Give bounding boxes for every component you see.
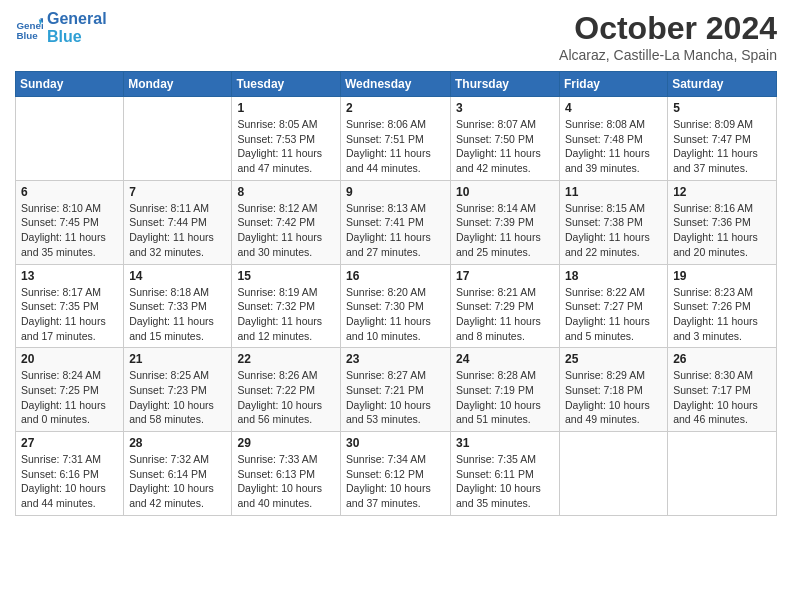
day-info: Sunrise: 8:28 AM Sunset: 7:19 PM Dayligh… bbox=[456, 368, 554, 427]
calendar-header-row: SundayMondayTuesdayWednesdayThursdayFrid… bbox=[16, 72, 777, 97]
calendar-cell bbox=[560, 432, 668, 516]
calendar-cell: 11Sunrise: 8:15 AM Sunset: 7:38 PM Dayli… bbox=[560, 180, 668, 264]
calendar-cell: 22Sunrise: 8:26 AM Sunset: 7:22 PM Dayli… bbox=[232, 348, 341, 432]
day-info: Sunrise: 8:25 AM Sunset: 7:23 PM Dayligh… bbox=[129, 368, 226, 427]
day-number: 28 bbox=[129, 436, 226, 450]
calendar-cell: 19Sunrise: 8:23 AM Sunset: 7:26 PM Dayli… bbox=[668, 264, 777, 348]
day-info: Sunrise: 8:26 AM Sunset: 7:22 PM Dayligh… bbox=[237, 368, 335, 427]
day-number: 5 bbox=[673, 101, 771, 115]
day-number: 18 bbox=[565, 269, 662, 283]
day-info: Sunrise: 8:27 AM Sunset: 7:21 PM Dayligh… bbox=[346, 368, 445, 427]
day-info: Sunrise: 8:12 AM Sunset: 7:42 PM Dayligh… bbox=[237, 201, 335, 260]
calendar-week-row: 1Sunrise: 8:05 AM Sunset: 7:53 PM Daylig… bbox=[16, 97, 777, 181]
calendar-cell: 18Sunrise: 8:22 AM Sunset: 7:27 PM Dayli… bbox=[560, 264, 668, 348]
calendar-cell: 3Sunrise: 8:07 AM Sunset: 7:50 PM Daylig… bbox=[451, 97, 560, 181]
logo: General Blue General Blue bbox=[15, 10, 107, 45]
col-header-saturday: Saturday bbox=[668, 72, 777, 97]
day-number: 29 bbox=[237, 436, 335, 450]
day-info: Sunrise: 8:05 AM Sunset: 7:53 PM Dayligh… bbox=[237, 117, 335, 176]
calendar-cell: 31Sunrise: 7:35 AM Sunset: 6:11 PM Dayli… bbox=[451, 432, 560, 516]
calendar-table: SundayMondayTuesdayWednesdayThursdayFrid… bbox=[15, 71, 777, 516]
day-info: Sunrise: 8:15 AM Sunset: 7:38 PM Dayligh… bbox=[565, 201, 662, 260]
calendar-week-row: 20Sunrise: 8:24 AM Sunset: 7:25 PM Dayli… bbox=[16, 348, 777, 432]
calendar-cell: 17Sunrise: 8:21 AM Sunset: 7:29 PM Dayli… bbox=[451, 264, 560, 348]
calendar-cell: 29Sunrise: 7:33 AM Sunset: 6:13 PM Dayli… bbox=[232, 432, 341, 516]
calendar-cell: 9Sunrise: 8:13 AM Sunset: 7:41 PM Daylig… bbox=[341, 180, 451, 264]
day-info: Sunrise: 8:17 AM Sunset: 7:35 PM Dayligh… bbox=[21, 285, 118, 344]
logo-text: General Blue bbox=[47, 10, 107, 45]
day-number: 19 bbox=[673, 269, 771, 283]
calendar-cell: 12Sunrise: 8:16 AM Sunset: 7:36 PM Dayli… bbox=[668, 180, 777, 264]
day-info: Sunrise: 8:16 AM Sunset: 7:36 PM Dayligh… bbox=[673, 201, 771, 260]
calendar-cell: 15Sunrise: 8:19 AM Sunset: 7:32 PM Dayli… bbox=[232, 264, 341, 348]
logo-line2: Blue bbox=[47, 28, 107, 46]
day-number: 1 bbox=[237, 101, 335, 115]
main-title: October 2024 bbox=[559, 10, 777, 47]
header: General Blue General Blue October 2024 A… bbox=[15, 10, 777, 63]
day-number: 12 bbox=[673, 185, 771, 199]
day-number: 22 bbox=[237, 352, 335, 366]
day-number: 26 bbox=[673, 352, 771, 366]
day-number: 2 bbox=[346, 101, 445, 115]
day-number: 15 bbox=[237, 269, 335, 283]
day-number: 16 bbox=[346, 269, 445, 283]
calendar-cell: 8Sunrise: 8:12 AM Sunset: 7:42 PM Daylig… bbox=[232, 180, 341, 264]
logo-icon: General Blue bbox=[15, 14, 43, 42]
calendar-cell: 5Sunrise: 8:09 AM Sunset: 7:47 PM Daylig… bbox=[668, 97, 777, 181]
day-number: 25 bbox=[565, 352, 662, 366]
day-number: 23 bbox=[346, 352, 445, 366]
day-info: Sunrise: 8:07 AM Sunset: 7:50 PM Dayligh… bbox=[456, 117, 554, 176]
calendar-cell bbox=[668, 432, 777, 516]
calendar-cell: 30Sunrise: 7:34 AM Sunset: 6:12 PM Dayli… bbox=[341, 432, 451, 516]
col-header-monday: Monday bbox=[124, 72, 232, 97]
day-number: 20 bbox=[21, 352, 118, 366]
day-info: Sunrise: 7:32 AM Sunset: 6:14 PM Dayligh… bbox=[129, 452, 226, 511]
day-info: Sunrise: 8:24 AM Sunset: 7:25 PM Dayligh… bbox=[21, 368, 118, 427]
calendar-cell: 6Sunrise: 8:10 AM Sunset: 7:45 PM Daylig… bbox=[16, 180, 124, 264]
day-info: Sunrise: 8:11 AM Sunset: 7:44 PM Dayligh… bbox=[129, 201, 226, 260]
col-header-wednesday: Wednesday bbox=[341, 72, 451, 97]
day-number: 10 bbox=[456, 185, 554, 199]
logo-line1: General bbox=[47, 10, 107, 28]
day-info: Sunrise: 7:31 AM Sunset: 6:16 PM Dayligh… bbox=[21, 452, 118, 511]
svg-text:Blue: Blue bbox=[16, 30, 38, 41]
calendar-cell bbox=[124, 97, 232, 181]
day-info: Sunrise: 8:19 AM Sunset: 7:32 PM Dayligh… bbox=[237, 285, 335, 344]
day-number: 4 bbox=[565, 101, 662, 115]
calendar-cell: 13Sunrise: 8:17 AM Sunset: 7:35 PM Dayli… bbox=[16, 264, 124, 348]
day-number: 13 bbox=[21, 269, 118, 283]
day-info: Sunrise: 8:08 AM Sunset: 7:48 PM Dayligh… bbox=[565, 117, 662, 176]
day-info: Sunrise: 8:20 AM Sunset: 7:30 PM Dayligh… bbox=[346, 285, 445, 344]
day-info: Sunrise: 8:29 AM Sunset: 7:18 PM Dayligh… bbox=[565, 368, 662, 427]
calendar-cell: 28Sunrise: 7:32 AM Sunset: 6:14 PM Dayli… bbox=[124, 432, 232, 516]
calendar-cell: 21Sunrise: 8:25 AM Sunset: 7:23 PM Dayli… bbox=[124, 348, 232, 432]
day-info: Sunrise: 8:13 AM Sunset: 7:41 PM Dayligh… bbox=[346, 201, 445, 260]
col-header-thursday: Thursday bbox=[451, 72, 560, 97]
calendar-cell: 23Sunrise: 8:27 AM Sunset: 7:21 PM Dayli… bbox=[341, 348, 451, 432]
day-number: 31 bbox=[456, 436, 554, 450]
day-number: 21 bbox=[129, 352, 226, 366]
day-info: Sunrise: 8:18 AM Sunset: 7:33 PM Dayligh… bbox=[129, 285, 226, 344]
subtitle: Alcaraz, Castille-La Mancha, Spain bbox=[559, 47, 777, 63]
day-info: Sunrise: 7:33 AM Sunset: 6:13 PM Dayligh… bbox=[237, 452, 335, 511]
col-header-tuesday: Tuesday bbox=[232, 72, 341, 97]
day-info: Sunrise: 8:23 AM Sunset: 7:26 PM Dayligh… bbox=[673, 285, 771, 344]
day-number: 3 bbox=[456, 101, 554, 115]
day-number: 9 bbox=[346, 185, 445, 199]
calendar-cell: 7Sunrise: 8:11 AM Sunset: 7:44 PM Daylig… bbox=[124, 180, 232, 264]
day-number: 30 bbox=[346, 436, 445, 450]
day-info: Sunrise: 8:06 AM Sunset: 7:51 PM Dayligh… bbox=[346, 117, 445, 176]
title-block: October 2024 Alcaraz, Castille-La Mancha… bbox=[559, 10, 777, 63]
day-number: 17 bbox=[456, 269, 554, 283]
day-number: 7 bbox=[129, 185, 226, 199]
calendar-cell: 10Sunrise: 8:14 AM Sunset: 7:39 PM Dayli… bbox=[451, 180, 560, 264]
calendar-cell: 25Sunrise: 8:29 AM Sunset: 7:18 PM Dayli… bbox=[560, 348, 668, 432]
day-info: Sunrise: 8:22 AM Sunset: 7:27 PM Dayligh… bbox=[565, 285, 662, 344]
day-info: Sunrise: 7:35 AM Sunset: 6:11 PM Dayligh… bbox=[456, 452, 554, 511]
day-number: 24 bbox=[456, 352, 554, 366]
calendar-cell bbox=[16, 97, 124, 181]
day-number: 14 bbox=[129, 269, 226, 283]
day-info: Sunrise: 8:21 AM Sunset: 7:29 PM Dayligh… bbox=[456, 285, 554, 344]
day-info: Sunrise: 8:14 AM Sunset: 7:39 PM Dayligh… bbox=[456, 201, 554, 260]
calendar-week-row: 6Sunrise: 8:10 AM Sunset: 7:45 PM Daylig… bbox=[16, 180, 777, 264]
